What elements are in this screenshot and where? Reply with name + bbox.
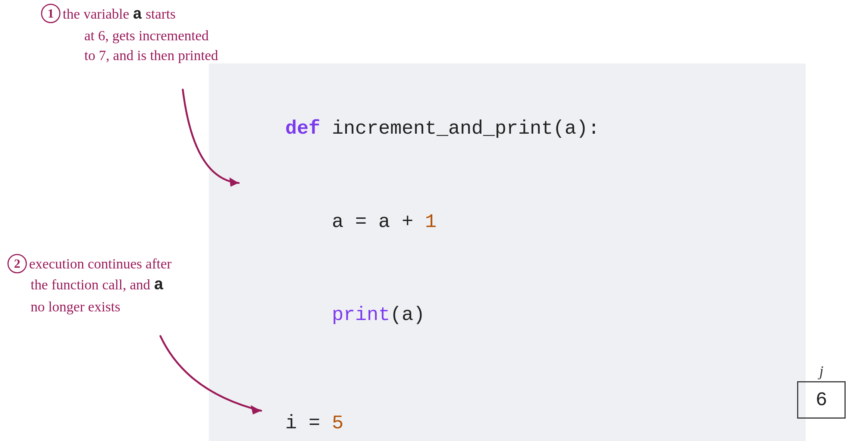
annotation-2-text: execution continues after the function c…: [29, 254, 172, 317]
code-block: def increment_and_print(a): a = a + 1 pr…: [209, 63, 806, 441]
circle-2: 2: [7, 254, 27, 273]
code-line-2: a = a + 1: [239, 176, 776, 269]
j-value: 6: [797, 381, 846, 419]
code-line-1: def increment_and_print(a):: [239, 82, 776, 176]
j-label: j: [797, 362, 846, 380]
annotation-2: 2 execution continues after the function…: [7, 254, 172, 317]
annotation-1: 1 the variable a starts at 6, gets incre…: [41, 4, 218, 65]
annotation-1-text: the variable a starts at 6, gets increme…: [63, 4, 218, 65]
circle-1: 1: [41, 4, 60, 23]
j-variable-box: j 6: [797, 362, 846, 419]
keyword-def: def: [285, 118, 320, 140]
code-line-3: print(a): [239, 268, 776, 362]
code-line-4: i = 5: [239, 377, 776, 441]
